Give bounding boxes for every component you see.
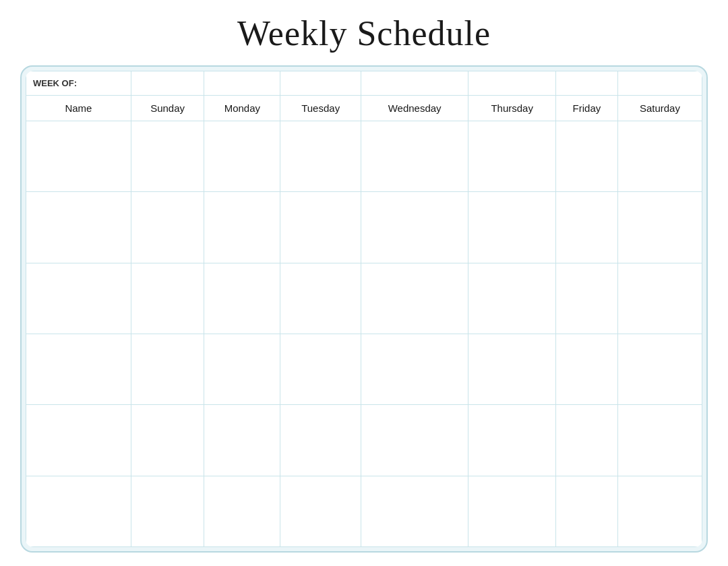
sunday-cell-2[interactable] <box>131 192 204 263</box>
friday-cell-6[interactable] <box>555 476 617 546</box>
monday-cell-1[interactable] <box>204 121 280 192</box>
col-header-friday: Friday <box>555 96 617 121</box>
friday-cell-5[interactable] <box>555 405 617 476</box>
monday-cell-6[interactable] <box>204 476 280 546</box>
monday-cell-5[interactable] <box>204 405 280 476</box>
week-of-monday-cell <box>204 71 280 96</box>
schedule-container: WEEK OF: Name Sunday Monday Tuesday Wedn… <box>20 65 708 553</box>
thursday-cell-1[interactable] <box>468 121 556 192</box>
col-header-saturday: Saturday <box>617 96 702 121</box>
wednesday-cell-3[interactable] <box>361 263 468 334</box>
col-header-wednesday: Wednesday <box>361 96 468 121</box>
saturday-cell-5[interactable] <box>617 405 702 476</box>
tuesday-cell-4[interactable] <box>280 334 361 404</box>
thursday-cell-4[interactable] <box>468 334 556 404</box>
sunday-cell-1[interactable] <box>131 121 204 192</box>
monday-cell-4[interactable] <box>204 334 280 404</box>
page-title: Weekly Schedule <box>237 13 491 53</box>
table-row <box>26 405 702 476</box>
col-header-thursday: Thursday <box>468 96 556 121</box>
wednesday-cell-2[interactable] <box>361 192 468 263</box>
saturday-cell-4[interactable] <box>617 334 702 404</box>
saturday-cell-1[interactable] <box>617 121 702 192</box>
name-cell-3[interactable] <box>26 263 131 334</box>
table-row <box>26 192 702 263</box>
sunday-cell-6[interactable] <box>131 476 204 546</box>
sunday-cell-4[interactable] <box>131 334 204 404</box>
tuesday-cell-2[interactable] <box>280 192 361 263</box>
saturday-cell-6[interactable] <box>617 476 702 546</box>
wednesday-cell-4[interactable] <box>361 334 468 404</box>
thursday-cell-5[interactable] <box>468 405 556 476</box>
monday-cell-3[interactable] <box>204 263 280 334</box>
week-of-sunday-cell <box>131 71 204 96</box>
saturday-cell-2[interactable] <box>617 192 702 263</box>
wednesday-cell-6[interactable] <box>361 476 468 546</box>
name-cell-4[interactable] <box>26 334 131 404</box>
week-of-label: WEEK OF: <box>26 71 131 96</box>
week-of-tuesday-cell <box>280 71 361 96</box>
col-header-sunday: Sunday <box>131 96 204 121</box>
tuesday-cell-5[interactable] <box>280 405 361 476</box>
name-cell-1[interactable] <box>26 121 131 192</box>
friday-cell-2[interactable] <box>555 192 617 263</box>
wednesday-cell-1[interactable] <box>361 121 468 192</box>
tuesday-cell-6[interactable] <box>280 476 361 546</box>
tuesday-cell-3[interactable] <box>280 263 361 334</box>
col-header-name: Name <box>26 96 131 121</box>
week-of-wednesday-cell <box>361 71 468 96</box>
friday-cell-1[interactable] <box>555 121 617 192</box>
table-row <box>26 121 702 192</box>
header-row: Name Sunday Monday Tuesday Wednesday Thu… <box>26 96 702 121</box>
table-row <box>26 263 702 334</box>
saturday-cell-3[interactable] <box>617 263 702 334</box>
table-row <box>26 476 702 546</box>
wednesday-cell-5[interactable] <box>361 405 468 476</box>
week-of-thursday-cell <box>468 71 556 96</box>
week-of-saturday-cell <box>617 71 702 96</box>
week-of-friday-cell <box>555 71 617 96</box>
table-row <box>26 334 702 404</box>
monday-cell-2[interactable] <box>204 192 280 263</box>
week-of-row: WEEK OF: <box>26 71 702 96</box>
col-header-tuesday: Tuesday <box>280 96 361 121</box>
tuesday-cell-1[interactable] <box>280 121 361 192</box>
name-cell-5[interactable] <box>26 405 131 476</box>
name-cell-6[interactable] <box>26 476 131 546</box>
thursday-cell-3[interactable] <box>468 263 556 334</box>
friday-cell-3[interactable] <box>555 263 617 334</box>
name-cell-2[interactable] <box>26 192 131 263</box>
thursday-cell-6[interactable] <box>468 476 556 546</box>
friday-cell-4[interactable] <box>555 334 617 404</box>
sunday-cell-3[interactable] <box>131 263 204 334</box>
thursday-cell-2[interactable] <box>468 192 556 263</box>
sunday-cell-5[interactable] <box>131 405 204 476</box>
col-header-monday: Monday <box>204 96 280 121</box>
schedule-table: WEEK OF: Name Sunday Monday Tuesday Wedn… <box>26 71 702 547</box>
